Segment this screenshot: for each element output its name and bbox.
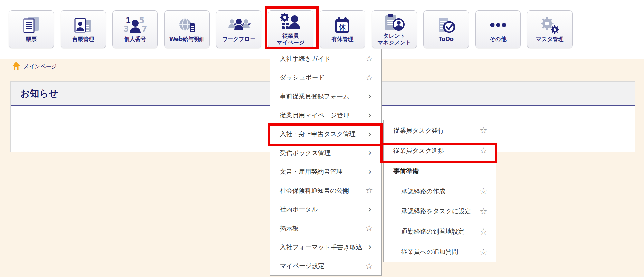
chevron-right-icon: › <box>368 110 372 120</box>
favorite-star-icon[interactable]: ☆ <box>480 126 487 134</box>
document-check-icon <box>435 16 458 34</box>
menu-item-3: 事前準備 <box>384 161 496 181</box>
globe-document-icon <box>175 16 199 34</box>
favorite-star-icon[interactable]: ☆ <box>365 262 373 270</box>
nav-button-talent-management[interactable]: タレント マネジメント <box>372 10 417 48</box>
chevron-right-icon: › <box>368 204 372 215</box>
gears-icon <box>538 16 562 34</box>
main-nav: 帳票 台帳管理 1537 個人番号 Web給与明細 ワークフロー 従業員 マイペ… <box>9 10 573 48</box>
nav-button-workflow[interactable]: ワークフロー <box>216 10 261 48</box>
favorite-star-icon[interactable]: ☆ <box>365 54 373 63</box>
person-number-icon: 1537 <box>124 16 147 34</box>
chevron-right-icon: › <box>368 242 372 252</box>
favorite-star-icon[interactable]: ☆ <box>365 73 373 82</box>
task-management-submenu: 従業員タスク発行 ☆ 従業員タスク進捗 ☆ 事前準備 承認経路の作成 ☆ 承認経… <box>383 120 496 262</box>
home-icon[interactable] <box>12 61 20 71</box>
gear-person-icon <box>279 13 302 31</box>
nav-button-individual-number[interactable]: 1537 個人番号 <box>112 10 158 48</box>
nav-button-todo[interactable]: ToDo <box>423 10 469 48</box>
chevron-right-icon: › <box>368 167 372 177</box>
nav-button-leave-management[interactable]: 休 有休管理 <box>320 10 365 48</box>
menu-item-5[interactable]: 承認経路をタスクに設定 ☆ <box>384 201 496 221</box>
employee-mypage-dropdown-menu: 入社手続きガイド ☆ ダッシュボード ☆ 事前従業員登録フォーム › 従業員用マ… <box>270 49 382 276</box>
menu-item-12[interactable]: マイページ設定 ☆ <box>270 256 381 275</box>
ellipsis-icon <box>487 16 510 34</box>
id-card-icon <box>72 16 95 34</box>
menu-item-11[interactable]: 入社フォーマット手書き取込 › <box>270 238 381 257</box>
nav-button-employee-mypage[interactable]: 従業員 マイページ <box>268 10 313 48</box>
menu-item-4[interactable]: 承認経路の作成 ☆ <box>384 181 496 201</box>
favorite-star-icon[interactable]: ☆ <box>365 186 373 195</box>
people-workflow-icon <box>227 16 251 34</box>
chevron-right-icon: › <box>368 91 372 101</box>
nav-button-reports[interactable]: 帳票 <box>9 10 54 48</box>
menu-item-1[interactable]: 従業員タスク発行 ☆ <box>384 120 496 141</box>
menu-item-7[interactable]: 文書・雇用契約書管理 › <box>270 162 381 181</box>
favorite-star-icon[interactable]: ☆ <box>480 227 487 236</box>
svg-text:5: 5 <box>139 16 144 25</box>
page: 帳票 台帳管理 1537 個人番号 Web給与明細 ワークフロー 従業員 マイペ… <box>0 0 644 277</box>
svg-text:休: 休 <box>338 23 346 31</box>
svg-text:7: 7 <box>141 24 147 33</box>
clipboard-person-icon <box>383 13 406 31</box>
menu-item-8[interactable]: 社会保険料通知書の公開 ☆ <box>270 181 381 200</box>
menu-item-6[interactable]: 通勤経路の到着地設定 ☆ <box>384 221 496 242</box>
menu-item-2[interactable]: 従業員タスク進捗 ☆ <box>384 141 496 161</box>
breadcrumb-label[interactable]: メインページ <box>24 63 57 70</box>
menu-item-6[interactable]: 受信ボックス管理 › <box>270 143 381 162</box>
menu-item-10[interactable]: 掲示板 ☆ <box>270 219 381 238</box>
breadcrumb[interactable]: メインページ <box>12 61 57 71</box>
menu-item-2[interactable]: ダッシュボード ☆ <box>270 68 381 87</box>
menu-item-5[interactable]: 入社・身上申告タスク管理 › <box>270 125 381 143</box>
menu-item-4[interactable]: 従業員用マイページ管理 › <box>270 106 381 125</box>
favorite-star-icon[interactable]: ☆ <box>480 207 487 216</box>
nav-button-others[interactable]: その他 <box>475 10 521 48</box>
nav-button-master-management[interactable]: マスタ管理 <box>527 10 573 48</box>
document-stack-icon <box>20 16 43 34</box>
svg-text:3: 3 <box>124 24 129 33</box>
nav-button-web-payslip[interactable]: Web給与明細 <box>164 10 210 48</box>
chevron-right-icon: › <box>368 148 372 158</box>
menu-item-9[interactable]: 社内ポータル › <box>270 200 381 219</box>
nav-button-ledger-management[interactable]: 台帳管理 <box>61 10 106 48</box>
menu-item-1[interactable]: 入社手続きガイド ☆ <box>270 49 381 68</box>
notice-panel-title: お知らせ <box>20 87 58 100</box>
svg-text:1: 1 <box>125 16 131 25</box>
favorite-star-icon[interactable]: ☆ <box>480 248 487 256</box>
chevron-right-icon: › <box>368 129 372 139</box>
favorite-star-icon[interactable]: ☆ <box>365 224 373 232</box>
favorite-star-icon[interactable]: ☆ <box>480 187 487 195</box>
favorite-star-icon[interactable]: ☆ <box>480 146 487 155</box>
menu-item-7[interactable]: 従業員への追加質問 ☆ <box>384 242 496 262</box>
menu-item-3[interactable]: 事前従業員登録フォーム › <box>270 87 381 106</box>
calendar-kyu-icon: 休 <box>331 16 354 34</box>
